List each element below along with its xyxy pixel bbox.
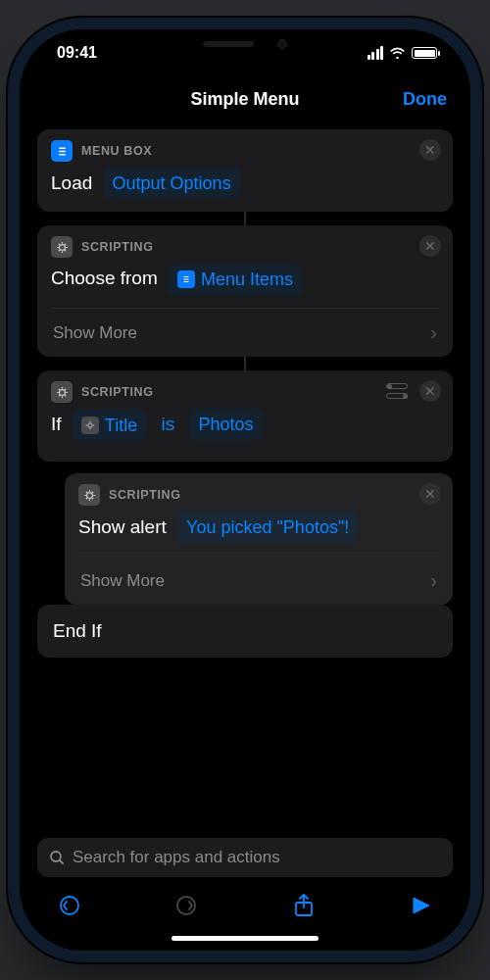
chevron-right-icon: › xyxy=(430,569,437,592)
app-label: SCRIPTING xyxy=(81,385,153,399)
done-button[interactable]: Done xyxy=(403,89,447,110)
action-card-if[interactable]: ✕ SCRIPTING If Title is xyxy=(37,370,453,462)
delete-icon[interactable]: ✕ xyxy=(419,483,441,505)
wifi-icon xyxy=(389,47,406,59)
status-icons xyxy=(368,46,438,60)
chevron-right-icon: › xyxy=(430,321,437,344)
action-word: Load xyxy=(51,172,92,193)
app-label: SCRIPTING xyxy=(81,240,153,254)
share-button[interactable] xyxy=(287,889,320,922)
svg-point-5 xyxy=(86,492,92,498)
action-card-load[interactable]: ✕ MENU BOX Load Output Options xyxy=(37,129,453,212)
home-indicator[interactable] xyxy=(172,936,318,941)
app-label: MENU BOX xyxy=(81,144,152,158)
scripting-app-icon xyxy=(78,484,100,506)
redo-button xyxy=(170,889,203,922)
status-time: 09:41 xyxy=(57,44,97,62)
condition-operator[interactable]: is xyxy=(151,414,184,434)
token-title[interactable]: Title xyxy=(73,410,146,441)
gear-icon xyxy=(81,416,99,434)
action-word: Choose from xyxy=(51,268,158,288)
svg-point-3 xyxy=(59,389,65,395)
search-icon xyxy=(49,850,65,865)
delete-icon[interactable]: ✕ xyxy=(419,139,441,161)
action-card-choose[interactable]: ✕ SCRIPTING Choose from Menu Items xyxy=(37,225,453,357)
toggles-icon[interactable] xyxy=(386,380,414,402)
page-title: Simple Menu xyxy=(190,89,299,110)
scripting-app-icon xyxy=(51,381,73,403)
token-menu-items[interactable]: Menu Items xyxy=(169,264,302,295)
show-more-button[interactable]: Show More › xyxy=(65,557,453,605)
svg-point-4 xyxy=(88,423,92,427)
list-icon xyxy=(177,270,195,288)
token-photos[interactable]: Photos xyxy=(189,409,262,440)
app-label: SCRIPTING xyxy=(109,488,180,502)
action-card-endif[interactable]: End If xyxy=(37,605,453,658)
delete-icon[interactable]: ✕ xyxy=(419,380,441,402)
undo-button[interactable] xyxy=(53,889,86,922)
token-alert-text[interactable]: You picked "Photos"! xyxy=(177,512,358,543)
search-input[interactable]: Search for apps and actions xyxy=(37,838,453,877)
action-card-alert[interactable]: ✕ SCRIPTING Show alert You picked "Photo… xyxy=(65,473,453,605)
scripting-app-icon xyxy=(51,236,73,258)
action-word: If xyxy=(51,414,62,434)
search-placeholder: Search for apps and actions xyxy=(73,848,280,867)
toolbar xyxy=(37,877,453,928)
menubox-app-icon xyxy=(51,140,73,162)
show-more-button[interactable]: Show More › xyxy=(37,309,453,357)
battery-icon xyxy=(412,47,437,59)
action-word: Show alert xyxy=(78,516,167,537)
token-output-options[interactable]: Output Options xyxy=(104,168,240,199)
svg-point-1 xyxy=(59,244,65,250)
navbar: Simple Menu Done xyxy=(20,76,470,122)
signal-icon xyxy=(368,46,384,60)
run-button[interactable] xyxy=(404,889,437,922)
delete-icon[interactable]: ✕ xyxy=(419,235,441,257)
